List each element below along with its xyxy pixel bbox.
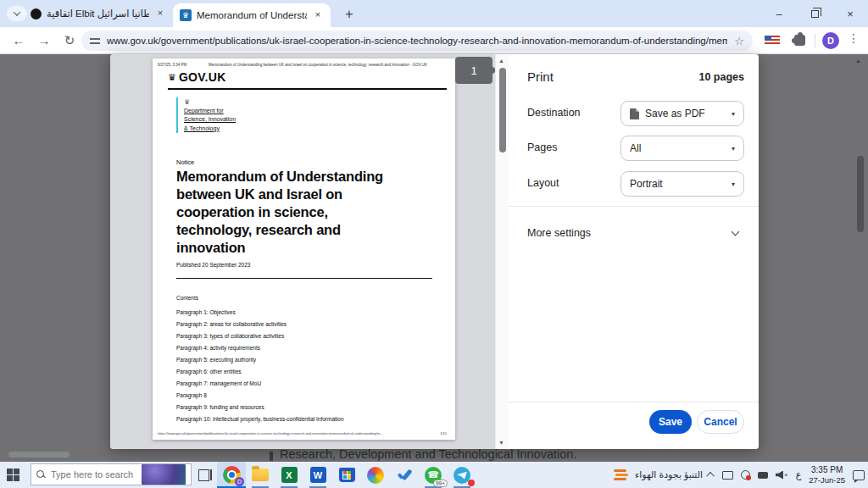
start-button[interactable]: [7, 469, 19, 481]
pdf-file-icon: [630, 108, 639, 119]
contents-item: Paragraph 9: funding and resources: [176, 402, 344, 413]
doc-header-title: Memorandum of Understanding between UK a…: [209, 63, 452, 67]
sync-alert-icon[interactable]: [741, 470, 750, 480]
page-scrollbar-thumb[interactable]: [857, 156, 864, 232]
microsoft-store-app-button[interactable]: [332, 462, 361, 488]
language-indicator[interactable]: ع: [796, 469, 802, 480]
taskbar-apps: D X W: [217, 462, 476, 488]
clock-date: 27-Jun-25: [809, 475, 845, 485]
news-widget[interactable]: التنبؤ بجودة الهواء: [614, 462, 703, 488]
camera-tray-icon[interactable]: [758, 472, 768, 479]
ink-workspace-icon[interactable]: [722, 471, 733, 480]
chrome-profile-badge: D: [235, 477, 244, 486]
pages-dropdown[interactable]: All ▾: [620, 136, 744, 161]
telegram-app-button[interactable]: [448, 462, 476, 488]
close-window-button[interactable]: ×: [832, 0, 868, 27]
close-icon[interactable]: ×: [312, 9, 324, 21]
caret-down-icon: ▾: [732, 110, 735, 118]
doc-title: Memorandum of Understanding between UK a…: [176, 168, 383, 257]
restore-button[interactable]: [797, 0, 832, 27]
checkmark-icon: [396, 467, 413, 484]
browser-toolbar: ← → ↻ www.gov.uk/government/publications…: [0, 27, 868, 54]
file-explorer-app-button[interactable]: [246, 462, 275, 488]
back-button[interactable]: ←: [8, 30, 29, 51]
contents-item: Paragraph 8: [176, 390, 344, 402]
forward-button[interactable]: →: [34, 30, 54, 51]
taskbar-clock[interactable]: 3:35 PM 27-Jun-25: [809, 465, 845, 485]
hidden-icons-chevron-icon[interactable]: [706, 472, 715, 480]
tab-title: اتفاقية Elbit بريطانيا اسرائيل: [47, 8, 149, 19]
volume-muted-icon[interactable]: ×: [776, 471, 788, 480]
title-line: innovation: [176, 239, 383, 257]
taskbar-search[interactable]: [31, 463, 192, 485]
browser-menu-icon[interactable]: ⋮: [848, 31, 860, 45]
close-icon[interactable]: ×: [154, 8, 166, 19]
contents-item: Paragraph 1: Objectives: [176, 307, 344, 319]
preview-scrollbar-thumb[interactable]: [499, 68, 506, 152]
scroll-down-icon[interactable]: ▼: [498, 440, 504, 446]
search-highlight-image[interactable]: [142, 464, 186, 485]
task-view-button[interactable]: [198, 469, 212, 480]
mute-x-icon: ×: [784, 471, 788, 479]
doc-footer-url: https://www.gov.uk/government/publicatio…: [158, 431, 383, 435]
excel-app-button[interactable]: X: [275, 462, 303, 488]
dept-line: & Technology: [184, 125, 236, 133]
cancel-button[interactable]: Cancel: [697, 410, 744, 434]
doc-divider: [176, 278, 432, 279]
dept-line: Department for: [184, 107, 236, 115]
bookmark-star-icon[interactable]: ☆: [734, 35, 744, 47]
page-scrollbar-up-icon[interactable]: ▲: [855, 58, 861, 64]
minimize-button[interactable]: –: [761, 0, 797, 27]
search-input[interactable]: [51, 469, 136, 480]
whatsapp-unread-badge: 99+: [433, 480, 448, 487]
doc-published-date: Published 20 September 2023: [176, 262, 250, 268]
reload-button[interactable]: ↻: [59, 30, 80, 51]
dimmed-list-marker: [270, 452, 273, 461]
microsoft-365-app-button[interactable]: [361, 462, 390, 488]
caret-down-icon: ▾: [732, 145, 735, 152]
search-icon: [36, 470, 46, 480]
contents-list: Paragraph 1: Objectives Paragraph 2: are…: [176, 307, 344, 425]
destination-dropdown[interactable]: Save as PDF ▾: [620, 101, 744, 126]
doc-header-date: 6/27/25, 3:34 PM: [158, 63, 186, 67]
layout-dropdown[interactable]: Portrait ▾: [620, 171, 744, 197]
word-app-button[interactable]: W: [303, 462, 332, 488]
title-line: cooperation in science,: [176, 203, 383, 221]
chrome-app-button[interactable]: D: [217, 462, 246, 488]
action-center-icon[interactable]: [853, 470, 865, 480]
pages-value: All: [630, 142, 726, 154]
screen: اتفاقية Elbit بريطانيا اسرائيل × ♛ Memor…: [0, 0, 868, 488]
contents-item: Paragraph 7: management of MoU: [176, 378, 344, 390]
royal-crest-icon: ♛: [184, 97, 236, 107]
print-preview-page: 6/27/25, 3:34 PM Memorandum of Understan…: [153, 58, 455, 440]
file-explorer-icon: [252, 469, 269, 481]
layout-value: Portrait: [630, 178, 726, 190]
site-favicon-dark-icon: [31, 8, 42, 19]
news-widget-text: التنبؤ بجودة الهواء: [635, 469, 703, 480]
title-line: Memorandum of Understanding: [176, 168, 383, 186]
contents-item: Paragraph 2: areas for collaborative act…: [176, 319, 344, 330]
toolbar-divider: [815, 34, 815, 47]
todo-app-button[interactable]: [390, 462, 419, 488]
dimmed-scrollbar-thumb: [8, 452, 70, 458]
word-icon: W: [310, 467, 326, 483]
more-settings-row[interactable]: More settings: [509, 220, 759, 246]
profile-avatar[interactable]: D: [822, 32, 839, 49]
clock-time: 3:35 PM: [809, 465, 845, 475]
title-line: technology, research and: [176, 221, 383, 239]
tab-memorandum[interactable]: ♛ Memorandum of Understanding b ×: [173, 3, 331, 27]
page-number-badge: 1: [455, 57, 492, 84]
extensions-puzzle-icon[interactable]: [794, 35, 805, 46]
scroll-up-icon[interactable]: ▲: [498, 58, 504, 64]
new-tab-button[interactable]: +: [339, 4, 359, 25]
dimmed-page-overlay: Research, Development and Technological …: [0, 54, 868, 462]
tab-elbit[interactable]: اتفاقية Elbit بريطانيا اسرائيل ×: [24, 0, 173, 27]
address-bar[interactable]: www.gov.uk/government/publications/uk-is…: [81, 30, 753, 51]
translate-extension-icon[interactable]: [765, 36, 780, 46]
contents-item: Paragraph 10: intellectual property, bus…: [176, 413, 344, 425]
tab-title: Memorandum of Understanding b: [197, 10, 307, 20]
whatsapp-app-button[interactable]: ☎ 99+: [419, 462, 448, 488]
preview-scrollbar[interactable]: ▲ ▼: [495, 54, 509, 449]
save-button[interactable]: Save: [649, 410, 692, 434]
site-info-icon[interactable]: [90, 36, 100, 45]
